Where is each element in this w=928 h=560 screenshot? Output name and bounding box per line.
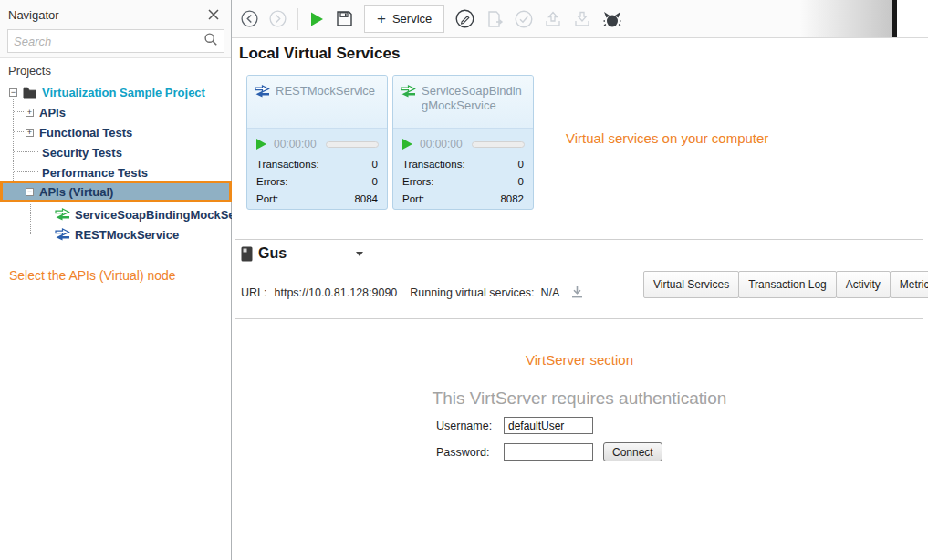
debug-button[interactable] (602, 10, 622, 28)
collapse-icon[interactable]: − (26, 188, 34, 196)
password-row: Password: Connect (436, 442, 662, 461)
timer-value: 00:00:00 (274, 138, 317, 150)
url-label: URL: (241, 286, 266, 299)
rest-service-icon (255, 85, 270, 98)
validate-button[interactable] (515, 10, 533, 28)
search-icon[interactable] (203, 32, 218, 50)
service-name: ServiceSoapBindingMockService (422, 84, 526, 112)
toolbar-separator (297, 8, 298, 30)
tree-item-functional-tests[interactable]: + Functional Tests (0, 122, 232, 142)
virtual-service-card-soap[interactable]: ServiceSoapBindingMockService 00:00:00 T… (392, 75, 534, 210)
connect-button[interactable]: Connect (603, 442, 662, 461)
tree-item-label: ServiceSoapBindingMockService (75, 208, 232, 222)
tree-item-label: Functional Tests (39, 126, 132, 140)
stat-label: Transactions: (256, 159, 319, 170)
tree-item-label: APIs (39, 106, 66, 119)
navigator-panel: Navigator Projects − Vi (0, 0, 232, 560)
stat-label: Port: (402, 193, 424, 204)
expand-icon[interactable]: + (26, 109, 34, 117)
stat-transactions: Transactions: 0 (247, 155, 387, 172)
bug-icon (602, 10, 622, 28)
stat-label: Port: (256, 193, 278, 204)
plus-icon: + (377, 10, 386, 28)
tree-item-performance-tests[interactable]: Performance Tests (0, 162, 232, 182)
timer-value: 00:00:00 (420, 138, 463, 150)
download-icon (573, 10, 591, 28)
url-value: https://10.0.81.128:9090 (274, 286, 397, 299)
virtserver-selector[interactable]: Gus (241, 245, 363, 262)
annotation-local-services: Virtual services on your computer (566, 130, 768, 146)
tab-transaction-log[interactable]: Transaction Log (738, 271, 837, 298)
running-services-label: Running virtual services: (410, 286, 534, 299)
chevron-down-icon[interactable] (356, 252, 363, 256)
virtserver-info-row: URL: https://10.0.81.128:9090 Running vi… (241, 285, 584, 299)
server-name: Gus (258, 245, 287, 262)
tree-item-apis-virtual[interactable]: − APIs (Virtual) (0, 181, 232, 202)
toolbar: + Service (232, 0, 928, 38)
tree-item-label: RESTMockService (75, 228, 179, 242)
forward-icon (269, 10, 287, 27)
tree-item-security-tests[interactable]: Security Tests (0, 142, 232, 162)
collapse-icon[interactable]: − (9, 88, 17, 97)
tree-item-rest-mock-service[interactable]: RESTMockService (0, 224, 232, 244)
password-field[interactable] (504, 443, 593, 461)
stat-value: 8084 (354, 193, 378, 204)
navigator-title: Navigator (8, 8, 59, 22)
projects-label: Projects (8, 64, 51, 78)
progress-bar (472, 141, 525, 148)
tree-item-label: Virtualization Sample Project (42, 86, 205, 99)
download-services-icon[interactable] (570, 285, 584, 299)
search-input[interactable] (8, 35, 203, 48)
play-icon[interactable] (401, 138, 413, 150)
save-button[interactable] (336, 10, 353, 27)
stat-label: Errors: (256, 176, 288, 187)
service-name: RESTMockService (276, 84, 375, 99)
add-service-button[interactable]: + Service (364, 5, 444, 33)
window-edge (892, 0, 897, 37)
tree-item-soap-mock-service[interactable]: ServiceSoapBindingMockService (0, 204, 232, 224)
page-title: Local Virtual Services (239, 45, 400, 63)
upload-button[interactable] (544, 10, 562, 28)
stat-value: 0 (518, 159, 524, 170)
close-icon[interactable] (205, 6, 222, 23)
card-run-row: 00:00:00 (247, 129, 387, 155)
soap-service-icon (401, 85, 416, 98)
edit-pencil-icon (455, 9, 474, 28)
stat-transactions: Transactions: 0 (393, 155, 533, 172)
play-icon[interactable] (255, 138, 267, 150)
tree-item-apis[interactable]: + APIs (0, 102, 232, 122)
forward-button[interactable] (269, 10, 287, 27)
run-button[interactable] (309, 11, 325, 27)
tree-item-label: APIs (Virtual) (39, 185, 113, 199)
username-row: Username: (436, 417, 593, 434)
virtserver-tabs: Virtual Services Transaction Log Activit… (644, 271, 928, 298)
edit-button[interactable] (455, 9, 474, 28)
tab-activity[interactable]: Activity (836, 271, 891, 298)
stat-errors: Errors: 0 (247, 172, 387, 190)
save-icon (336, 10, 353, 27)
annotation-virtserver: VirtServer section (235, 352, 923, 368)
virtual-service-card-rest[interactable]: RESTMockService 00:00:00 Transactions: 0… (246, 75, 388, 210)
tree-item-label: Performance Tests (42, 166, 148, 180)
tab-virtual-services[interactable]: Virtual Services (643, 271, 739, 298)
section-divider (235, 318, 923, 319)
stat-port: Port: 8084 (247, 190, 387, 207)
export-page-icon (485, 10, 504, 28)
app-window: Navigator Projects − Vi (0, 0, 928, 560)
running-services-value: N/A (541, 286, 560, 299)
stat-port: Port: 8082 (393, 190, 533, 207)
card-header: ServiceSoapBindingMockService (393, 76, 533, 129)
add-service-label: Service (392, 12, 432, 26)
soap-service-icon (55, 208, 70, 221)
upload-icon (544, 10, 562, 28)
tree-item-project[interactable]: − Virtualization Sample Project (0, 82, 232, 102)
stat-value: 0 (372, 176, 378, 187)
back-icon (241, 10, 258, 27)
section-divider (235, 239, 923, 240)
username-field[interactable] (504, 417, 593, 434)
tab-metrics[interactable]: Metrics (890, 271, 928, 298)
export-button[interactable] (485, 10, 504, 28)
download-button[interactable] (573, 10, 591, 28)
expand-icon[interactable]: + (26, 129, 34, 137)
back-button[interactable] (241, 10, 258, 27)
